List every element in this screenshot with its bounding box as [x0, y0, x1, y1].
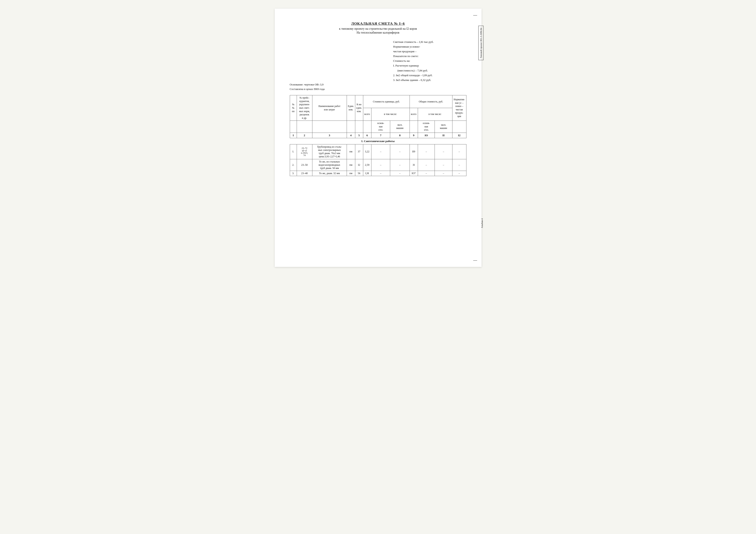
row3-vsego1: I,9I	[363, 171, 371, 176]
row2-vsego1: 2,59	[363, 159, 371, 171]
side-label-top: Типовой проект 801-3-30М.84	[478, 26, 483, 60]
th-osnov2-sub: основ-наяз/пл.	[418, 121, 435, 133]
row2-num: 2.	[290, 159, 297, 171]
row3-vsego2: IO7	[410, 171, 418, 176]
row2-vsego2: 3I	[410, 159, 418, 171]
th-kvo: К-воедин.изм.	[355, 95, 363, 121]
row1-name: Трубопровод из сталь- ных электросварных…	[312, 144, 347, 159]
page: — — Типовой проект 801-3-30М.84 Альбом 4…	[275, 9, 481, 267]
row1-kvo: 37	[355, 144, 363, 159]
title-block: ЛОКАЛЬНАЯ СМЕТА № I–6 к типовому проекту…	[290, 21, 467, 35]
th-empty1	[290, 121, 297, 133]
basis-line1: Основание: чертежи ОВ–3,9	[290, 83, 467, 87]
th-stoimost-ed: Стоимость единицы, руб.	[363, 95, 410, 108]
col-n2: 2	[297, 133, 312, 138]
side-label-bottom: Альбом 4	[480, 218, 483, 228]
col-n6: 6	[363, 133, 371, 138]
cost-line7: (вместимость) – 7,84 руб.	[393, 68, 467, 73]
row3-preis: 23–48	[297, 171, 312, 176]
row3-num: 3.	[290, 171, 297, 176]
col-n9: 9	[410, 133, 418, 138]
corner-dash-bottom: —	[473, 258, 477, 263]
row2-osnov1: –	[371, 159, 390, 171]
row2-name: То же, из стальных водогазопроводных тру…	[312, 159, 347, 171]
th-empty2	[297, 121, 312, 133]
th-norm: Норматив-ная ус –ловно –чистаяпродук-ция	[452, 95, 466, 121]
cost-line1: Сметная стоимость – I,I6 тыс.руб.	[393, 39, 467, 44]
col-n3: 3	[312, 133, 347, 138]
col-n4: 4	[347, 133, 355, 138]
row1-osnov2: –	[418, 144, 435, 159]
row2-eksp1: –	[390, 159, 410, 171]
row2-kvo: I2	[355, 159, 363, 171]
row1-eksp2: –	[435, 144, 452, 159]
th-empty7	[410, 121, 418, 133]
row3-osnov2: –	[418, 171, 435, 176]
th-empty5	[355, 121, 363, 133]
subtitle1: к типовому проекту на строительство роди…	[290, 27, 467, 31]
row3-norm: –	[452, 171, 466, 176]
th-eksp2-sub: эксп.машин	[435, 121, 452, 133]
cost-line2: Нормативная условно-	[393, 44, 467, 49]
row3-name: То же, диам. 32 мм	[312, 171, 347, 176]
basis-block: Основание: чертежи ОВ–3,9 Составлена в ц…	[290, 83, 467, 91]
header-row-1: №№пп № прейс-курантов,укрупнен-ных смет-…	[290, 95, 466, 108]
th-vsego1: всего	[363, 108, 371, 121]
table-row: 3. 23–48 То же, диам. 32 мм пм 56 I,9I –…	[290, 171, 466, 176]
row3-ed: пм	[347, 171, 355, 176]
row1-ed: пм	[347, 144, 355, 159]
th-num: №№пп	[290, 95, 297, 121]
row2-preis: 23–50	[297, 159, 312, 171]
basis-line2: Составлена в ценах I969 года	[290, 87, 467, 91]
subtitle2: На теплоснабжение калориферов	[290, 31, 467, 35]
th-empty4	[347, 121, 355, 133]
col-n1: I	[290, 133, 297, 138]
cost-line9: 3. Iм3 объема здания – 0,32 руб.	[393, 78, 467, 83]
row1-preis: 23–72 цI ч.I п.1023, 74	[297, 144, 312, 159]
cost-line6: I. Расчетную единицу	[393, 63, 467, 68]
row1-num: I.	[290, 144, 297, 159]
th-empty6	[363, 121, 371, 133]
row1-osnov1: –	[371, 144, 390, 159]
main-title: ЛОКАЛЬНАЯ СМЕТА № I–6	[290, 21, 467, 26]
row1-norm: –	[452, 144, 466, 159]
col-n8: 8	[390, 133, 410, 138]
cost-block: Сметная стоимость – I,I6 тыс.руб. Нормат…	[393, 39, 467, 83]
section-title-cell: I. Сантехнические работы	[290, 138, 466, 144]
th-ed: Един.изм.	[347, 95, 355, 121]
row3-eksp2: –	[435, 171, 452, 176]
row3-eksp1: –	[390, 171, 410, 176]
th-vtomchisle1: в том числе:	[371, 108, 410, 121]
table-row: 2. 23–50 То же, из стальных водогазопров…	[290, 159, 466, 171]
th-empty3	[312, 121, 347, 133]
cost-line4: Показатели по смете:	[393, 54, 467, 59]
col-n5: 5	[355, 133, 363, 138]
corner-dash-top: —	[473, 13, 477, 17]
cost-line3: чистая продукция –	[393, 49, 467, 54]
th-name: Наименование работили затрат	[312, 95, 347, 121]
th-vsego2: всего	[410, 108, 418, 121]
cost-line8: 2. Iм2 общей площади – I,09 руб.	[393, 73, 467, 78]
row2-osnov2: –	[418, 159, 435, 171]
col-n11: II	[435, 133, 452, 138]
th-empty8	[452, 121, 466, 133]
col-n12: I2	[452, 133, 466, 138]
row3-osnov1: –	[371, 171, 390, 176]
row1-vsego1: 3,22	[363, 144, 371, 159]
row2-norm: –	[452, 159, 466, 171]
th-osnov1-sub: основ-наяз/пл.	[371, 121, 390, 133]
main-table: №№пп № прейс-курантов,укрупнен-ных смет-…	[290, 95, 467, 176]
row3-kvo: 56	[355, 171, 363, 176]
row2-ed: пм	[347, 159, 355, 171]
th-vtomchisle2: в том числе:	[418, 108, 452, 121]
table-row: I. 23–72 цI ч.I п.1023, 74 Трубопровод и…	[290, 144, 466, 159]
col-n7: 7	[371, 133, 390, 138]
row2-eksp2: –	[435, 159, 452, 171]
row1-vsego2: II9	[410, 144, 418, 159]
section-title-row: I. Сантехнические работы	[290, 138, 466, 144]
cost-line5: Стоимость на:	[393, 59, 467, 63]
th-stoimost-obsh: Общая стоимость, руб.	[410, 95, 452, 108]
th-preis: № прейс-курантов,укрупнен-ных смет-ных н…	[297, 95, 312, 121]
col-n10: IO	[418, 133, 435, 138]
th-eksp1-sub: эксп.машин	[390, 121, 410, 133]
